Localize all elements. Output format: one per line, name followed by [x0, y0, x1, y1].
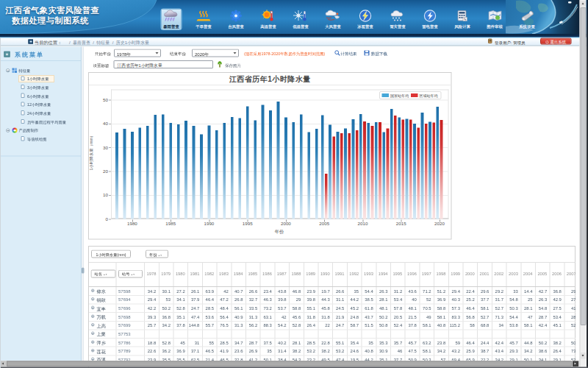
svg-text:✎: ✎ — [464, 18, 467, 21]
